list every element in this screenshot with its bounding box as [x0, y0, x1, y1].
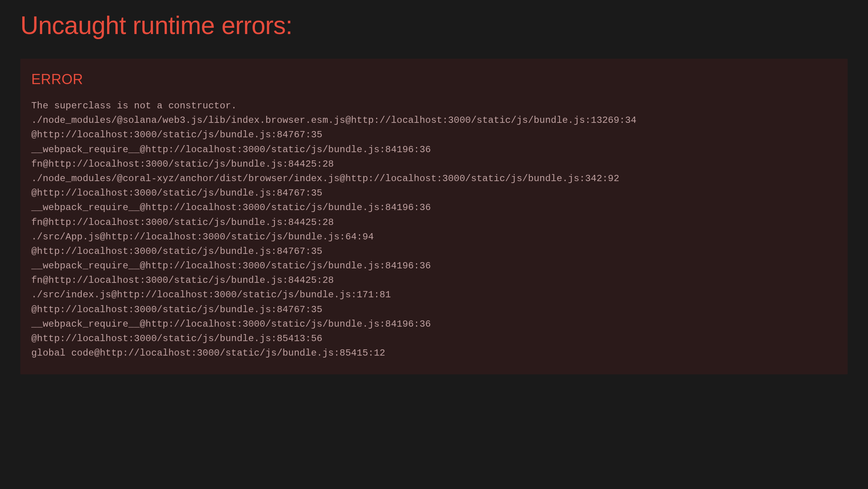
error-stack-trace: The superclass is not a constructor. ./n…	[31, 99, 837, 360]
error-label: ERROR	[31, 71, 837, 88]
overlay-title: Uncaught runtime errors:	[20, 11, 848, 40]
error-panel: ERROR The superclass is not a constructo…	[20, 59, 848, 374]
error-overlay-container: Uncaught runtime errors: ERROR The super…	[0, 0, 868, 385]
